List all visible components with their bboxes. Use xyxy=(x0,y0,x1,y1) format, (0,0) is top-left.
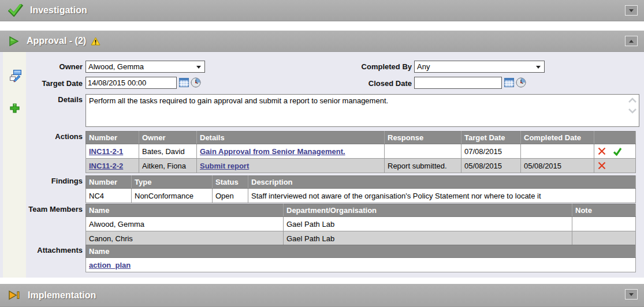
actions-header-row: Number Owner Details Response Target Dat… xyxy=(86,132,636,144)
action-target-date-cell: 05/08/2015 xyxy=(461,159,521,173)
textarea-scroll[interactable] xyxy=(627,98,638,114)
table-row: INC11-2-1 Bates, David Gain Approval fro… xyxy=(86,144,636,159)
completed-by-value: Any xyxy=(417,62,430,71)
finding-description-cell: Staff interviewed not aware of the organ… xyxy=(248,189,636,203)
action-details-cell: Gain Approval from Senior Management. xyxy=(197,144,385,159)
action-response-cell: Report submitted. xyxy=(385,159,461,173)
incident-workflow-screen: Investigation Approval - (2) xyxy=(0,0,644,307)
chevron-down-icon xyxy=(629,9,634,12)
finding-type-cell: NonConformance xyxy=(132,189,213,203)
col-type: Type xyxy=(132,176,213,189)
member-department-cell: Gael Path Lab xyxy=(284,231,572,246)
dropdown-arrow-icon xyxy=(196,66,201,69)
table-row: Alwood, Gemma Gael Path Lab xyxy=(86,217,636,231)
clock-icon[interactable] xyxy=(191,77,201,88)
action-details-cell: Submit report xyxy=(197,159,385,173)
col-owner: Owner xyxy=(139,132,197,144)
action-row-buttons xyxy=(594,159,636,173)
owner-value: Alwood, Gemma xyxy=(88,62,144,71)
col-target-date: Target Date xyxy=(461,132,521,144)
delete-action-icon[interactable] xyxy=(597,147,606,156)
target-date-input[interactable] xyxy=(85,77,177,89)
action-number-link[interactable]: INC11-2-2 xyxy=(89,162,123,170)
attachment-name-cell: action_plan xyxy=(86,258,636,272)
closed-date-label: Closed Date xyxy=(345,79,412,88)
col-description: Description xyxy=(248,176,636,189)
action-owner-cell: Bates, David xyxy=(139,144,197,159)
member-department-cell: Gael Path Lab xyxy=(284,217,572,231)
member-note-cell xyxy=(572,231,636,246)
details-field-wrap: Perform all the tasks required to gain a… xyxy=(85,94,639,127)
action-response-cell xyxy=(385,144,461,159)
member-name-cell: Alwood, Gemma xyxy=(86,217,284,231)
edit-workflow-icon[interactable] xyxy=(9,69,22,85)
attachment-link[interactable]: action_plan xyxy=(89,261,131,269)
approval-panel: Owner Alwood, Gemma Completed By Any Tar… xyxy=(0,52,644,278)
col-response: Response xyxy=(385,132,461,144)
action-number-link[interactable]: INC11-2-1 xyxy=(89,147,123,156)
actions-table: Number Owner Details Response Target Dat… xyxy=(85,131,636,173)
dropdown-arrow-icon xyxy=(536,66,541,69)
warning-icon xyxy=(91,37,100,46)
calendar-icon[interactable] xyxy=(504,78,514,87)
table-row: INC11-2-2 Aitken, Fiona Submit report Re… xyxy=(86,159,636,173)
table-row: NC4 NonConformance Open Staff interviewe… xyxy=(86,189,636,203)
action-target-date-cell: 07/08/2015 xyxy=(461,144,521,159)
attachments-table: Name action_plan xyxy=(85,245,636,272)
calendar-icon[interactable] xyxy=(179,78,189,87)
table-row: action_plan xyxy=(86,258,636,272)
attachments-label: Attachments xyxy=(25,246,83,254)
finding-number-cell: NC4 xyxy=(86,189,132,203)
finding-status-cell: Open xyxy=(213,189,248,203)
expand-investigation-button[interactable] xyxy=(625,5,638,16)
pending-step-icon xyxy=(8,290,21,301)
col-status: Status xyxy=(213,176,248,189)
section-header-approval[interactable]: Approval - (2) xyxy=(0,31,644,52)
scroll-up-icon[interactable] xyxy=(628,98,637,103)
findings-header-row: Number Type Status Description xyxy=(86,176,636,189)
clock-icon[interactable] xyxy=(516,77,526,88)
delete-action-icon[interactable] xyxy=(597,161,606,170)
action-number-cell: INC11-2-2 xyxy=(86,159,139,173)
action-completed-date-cell xyxy=(521,144,594,159)
details-textarea[interactable]: Perform all the tasks required to gain a… xyxy=(85,94,639,127)
member-name-cell: Canon, Chris xyxy=(86,231,284,246)
closed-date-input[interactable] xyxy=(414,77,502,89)
attachments-header-row: Name xyxy=(86,245,636,258)
owner-select[interactable]: Alwood, Gemma xyxy=(85,61,205,73)
team-header-row: Name Department/Organisation Note xyxy=(86,204,636,217)
actions-label: Actions xyxy=(25,132,83,141)
col-completed-date: Completed Date xyxy=(521,132,594,144)
add-icon[interactable] xyxy=(9,103,20,116)
target-date-label: Target Date xyxy=(25,79,83,88)
completed-check-icon xyxy=(8,4,23,17)
section-title-implementation: Implementation xyxy=(28,290,96,301)
col-note: Note xyxy=(572,204,636,217)
section-title-approval: Approval - (2) xyxy=(27,36,86,46)
col-details: Details xyxy=(197,132,385,144)
complete-action-icon[interactable] xyxy=(613,147,622,156)
action-number-cell: INC11-2-1 xyxy=(86,144,139,159)
action-details-link[interactable]: Gain Approval from Senior Management. xyxy=(200,147,345,156)
details-label: Details xyxy=(25,95,83,104)
col-name: Name xyxy=(86,204,284,217)
section-header-investigation[interactable]: Investigation xyxy=(0,0,644,21)
section-title-investigation: Investigation xyxy=(30,5,87,16)
scroll-down-icon[interactable] xyxy=(628,108,637,114)
action-completed-date-cell: 05/08/2015 xyxy=(521,159,594,173)
section-header-implementation[interactable]: Implementation xyxy=(0,284,644,307)
expand-implementation-button[interactable] xyxy=(625,289,638,299)
action-owner-cell: Aitken, Fiona xyxy=(139,159,197,173)
owner-label: Owner xyxy=(25,62,83,71)
col-name: Name xyxy=(86,245,636,258)
col-row-actions xyxy=(594,132,636,144)
action-details-link[interactable]: Submit report xyxy=(200,162,249,170)
approval-toolbar xyxy=(3,52,26,278)
chevron-down-icon xyxy=(629,293,634,296)
action-row-buttons xyxy=(594,144,636,159)
findings-label: Findings xyxy=(25,177,83,185)
completed-by-label: Completed By xyxy=(345,62,412,71)
completed-by-select[interactable]: Any xyxy=(414,61,545,73)
team-members-table: Name Department/Organisation Note Alwood… xyxy=(85,204,636,246)
collapse-approval-button[interactable] xyxy=(625,36,638,46)
